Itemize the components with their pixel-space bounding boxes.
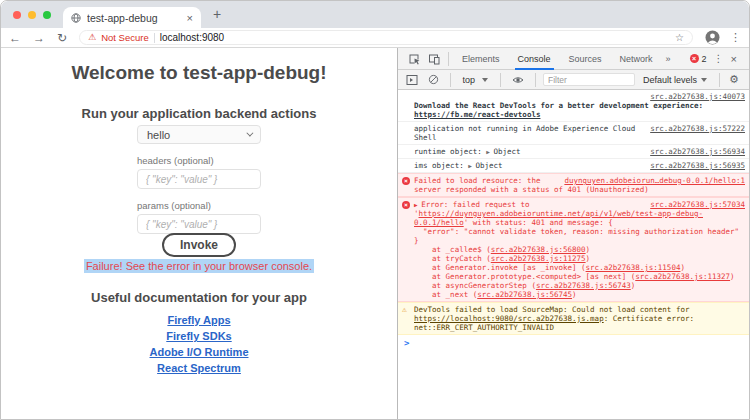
browser-menu-icon[interactable]: ⋮: [730, 31, 741, 44]
console-message-text: Download the React DevTools for a better…: [414, 101, 708, 119]
console-message: src.a2b27638.js:56935ims object: ▶ Objec…: [398, 159, 749, 173]
console-messages: src.a2b27638.js:40073Download the React …: [398, 90, 749, 335]
devtools-tab-bar: ElementsConsoleSourcesNetwork » × 2 ⋮ ×: [398, 48, 749, 70]
console-warning-icon: ⚠: [402, 306, 407, 314]
chevron-down-icon: [246, 130, 253, 137]
devtools-tab-network[interactable]: Network: [611, 48, 662, 70]
traffic-lights: [13, 11, 51, 19]
forward-button[interactable]: →: [33, 32, 45, 44]
console-message-text: ▶ Error: failed request to 'https://duyn…: [414, 200, 739, 299]
actions-subtitle: Run your application backend actions: [1, 106, 397, 121]
console-error-icon: ×: [402, 201, 410, 209]
app-page: Welcome to test-app-debug! Run your appl…: [1, 48, 398, 419]
action-select-value: hello: [147, 129, 170, 141]
doc-link[interactable]: Adobe I/O Runtime: [150, 346, 249, 358]
close-window-button[interactable]: [13, 11, 21, 19]
log-levels-dropdown[interactable]: Default levels: [639, 75, 711, 85]
caret-down-icon: [701, 78, 707, 82]
action-form: hello headers (optional) params (optiona…: [137, 125, 261, 234]
console-message: src.a2b27638.js:56934runtime object: ▶ O…: [398, 145, 749, 159]
console-inline-link[interactable]: src.a2b27638.js:11275: [491, 254, 586, 263]
console-message-text: ims object: ▶ Object: [414, 161, 503, 170]
content-area: Welcome to test-app-debug! Run your appl…: [1, 47, 749, 419]
console-inline-link[interactable]: src.a2b27638.js:56745: [477, 290, 572, 299]
failure-message: Failure! See the error in your browser c…: [1, 260, 397, 272]
params-input[interactable]: [137, 214, 261, 234]
toolbar-divider: [719, 73, 720, 87]
params-label: params (optional): [137, 200, 261, 211]
console-prompt[interactable]: >: [398, 335, 749, 351]
reload-button[interactable]: ↻: [57, 32, 67, 44]
console-error-icon: ×: [402, 177, 410, 185]
context-selector[interactable]: top: [458, 75, 492, 85]
devtools-close-icon[interactable]: ×: [731, 53, 737, 65]
address-bar[interactable]: ⚠ Not Secure localhost:9080 ☆: [79, 30, 693, 45]
doc-link[interactable]: React Spectrum: [157, 362, 241, 374]
console-message-text: DevTools failed to load SourceMap: Could…: [414, 305, 698, 332]
error-count-badge[interactable]: × 2: [690, 54, 707, 64]
inspect-element-icon[interactable]: [407, 52, 421, 66]
headers-label: headers (optional): [137, 155, 261, 166]
devtools-tab-console[interactable]: Console: [509, 48, 560, 70]
invoke-button[interactable]: Invoke: [162, 233, 236, 257]
globe-favicon-icon: [71, 13, 81, 23]
docs-title: Useful documentation for your app: [1, 290, 397, 305]
new-tab-button[interactable]: +: [213, 6, 221, 22]
browser-tab[interactable]: test-app-debug ×: [63, 7, 201, 28]
bookmark-star-icon[interactable]: ☆: [675, 32, 684, 43]
console-message: ⚠DevTools failed to load SourceMap: Coul…: [398, 302, 749, 335]
more-tabs-button[interactable]: »: [662, 54, 675, 64]
console-source-link[interactable]: src.a2b27638.js:40073: [422, 92, 745, 101]
devtools-tab-sources[interactable]: Sources: [560, 48, 611, 70]
console-message-text: application not running in Adobe Experie…: [414, 124, 640, 142]
action-select[interactable]: hello: [137, 125, 261, 144]
back-button[interactable]: ←: [9, 32, 21, 44]
console-message-text: runtime object: ▶ Object: [414, 147, 521, 156]
tab-strip: test-app-debug × +: [1, 1, 749, 28]
url-text[interactable]: localhost:9080: [160, 32, 670, 43]
console-inline-link[interactable]: src.a2b27638.js:11327: [635, 272, 730, 281]
console-source-link[interactable]: src.a2b27638.js:57222: [650, 124, 745, 133]
clear-console-icon[interactable]: [428, 73, 439, 87]
console-source-link[interactable]: src.a2b27638.js:57034: [650, 200, 745, 209]
console-message: src.a2b27638.js:57222application not run…: [398, 122, 749, 145]
console-inline-link[interactable]: https://fb.me/react-devtools: [414, 110, 540, 119]
error-count: 2: [702, 54, 707, 64]
doc-link[interactable]: Firefly SDKs: [166, 330, 231, 342]
devtools-panel: ElementsConsoleSourcesNetwork » × 2 ⋮ ×: [398, 48, 749, 419]
omnibox-divider: [154, 33, 155, 43]
minimize-window-button[interactable]: [28, 11, 36, 19]
headers-input[interactable]: [137, 169, 261, 189]
device-toolbar-icon[interactable]: [427, 52, 441, 66]
page-title: Welcome to test-app-debug!: [1, 62, 397, 84]
prompt-chevron-icon: >: [404, 338, 409, 348]
profile-avatar-icon[interactable]: [705, 30, 720, 45]
console-inline-link[interactable]: src.a2b27638.js:56800: [491, 245, 586, 254]
doc-link[interactable]: Firefly Apps: [167, 314, 230, 326]
console-inline-link[interactable]: src.a2b27638.js:56743: [536, 281, 631, 290]
devtools-tabs: ElementsConsoleSourcesNetwork: [453, 48, 662, 70]
tab-close-icon[interactable]: ×: [187, 13, 193, 23]
console-source-link[interactable]: duynguyen.adobeiorun…debug-0.0.1/hello:1: [564, 176, 745, 185]
console-filter-input[interactable]: [543, 73, 635, 86]
console-inline-link[interactable]: https://localhost:9080/src.a2b27638.js.m…: [414, 314, 604, 323]
console-message: ×src.a2b27638.js:57034▶ Error: failed re…: [398, 197, 749, 302]
console-toolbar: top Default levels: [398, 70, 749, 90]
zoom-window-button[interactable]: [43, 11, 51, 19]
live-expression-eye-icon[interactable]: [512, 73, 524, 87]
browser-toolbar: ← → ↻ ⚠ Not Secure localhost:9080 ☆ ⋮: [1, 28, 749, 47]
settings-gear-icon[interactable]: ⚙: [727, 73, 741, 87]
devtools-tab-elements[interactable]: Elements: [453, 48, 509, 70]
devtools-menu-icon[interactable]: ⋮: [714, 53, 724, 64]
not-secure-label[interactable]: Not Secure: [101, 32, 149, 43]
console-message: ×duynguyen.adobeiorun…debug-0.0.1/hello:…: [398, 173, 749, 197]
console-inline-link[interactable]: src.a2b27638.js:11504: [586, 263, 681, 272]
tab-title: test-app-debug: [87, 12, 181, 24]
not-secure-icon: ⚠: [88, 33, 96, 42]
console-source-link[interactable]: src.a2b27638.js:56934: [650, 147, 745, 156]
toolbar-divider: [448, 52, 449, 66]
console-message: src.a2b27638.js:40073Download the React …: [398, 90, 749, 122]
console-sidebar-icon[interactable]: [406, 73, 418, 87]
console-source-link[interactable]: src.a2b27638.js:56935: [650, 161, 745, 170]
browser-window: test-app-debug × + ← → ↻ ⚠ Not Secure lo…: [0, 0, 750, 420]
